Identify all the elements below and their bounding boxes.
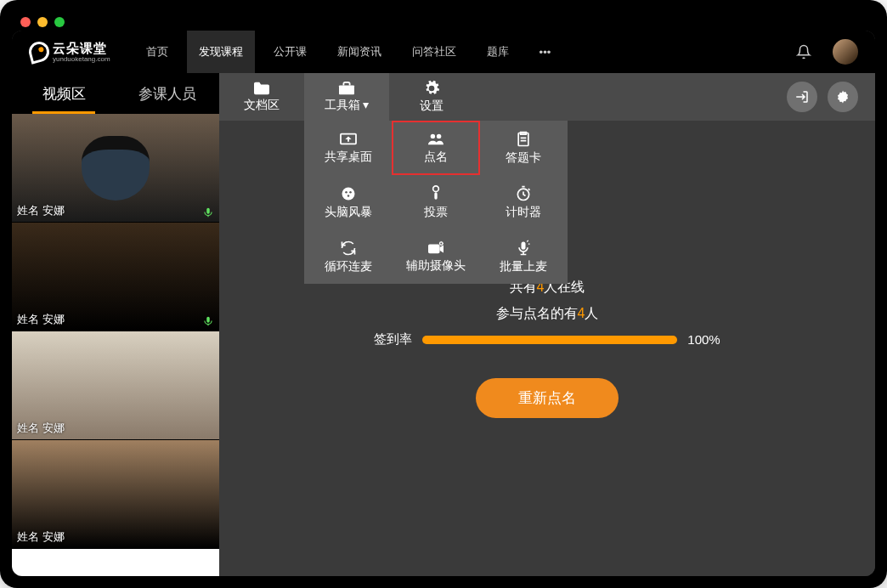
tool-label: 点名 xyxy=(424,150,448,165)
toolbar-label: 设置 xyxy=(420,99,444,114)
toolbar-documents[interactable]: 文档区 xyxy=(219,73,304,121)
folder-icon xyxy=(252,81,271,96)
tab-attendees[interactable]: 参课人员 xyxy=(116,73,219,114)
exit-button[interactable] xyxy=(787,82,817,112)
caret-down-icon: ▾ xyxy=(363,98,369,111)
vote-icon xyxy=(428,185,444,202)
video-list: 姓名 安娜 姓名 安娜 姓名 安娜 姓名 安娜 xyxy=(12,114,219,576)
tool-rollcall[interactable]: 点名 xyxy=(392,121,479,175)
tool-label: 头脑风暴 xyxy=(325,205,372,220)
maximize-window[interactable] xyxy=(54,17,65,27)
aux-camera-icon xyxy=(427,240,445,256)
close-window[interactable] xyxy=(20,17,31,27)
video-item[interactable]: 姓名 安娜 xyxy=(12,440,219,549)
participant-name: 姓名 安娜 xyxy=(17,529,65,545)
video-item[interactable]: 姓名 安娜 xyxy=(12,223,219,331)
tool-label: 计时器 xyxy=(506,205,541,220)
svg-point-6 xyxy=(437,133,441,138)
nav-discover[interactable]: 发现课程 xyxy=(187,31,255,73)
participant-name: 姓名 安娜 xyxy=(17,203,65,218)
toolbar-label: 文档区 xyxy=(244,98,280,113)
nav-home[interactable]: 首页 xyxy=(134,31,180,73)
cycle-mic-icon xyxy=(340,240,357,257)
svg-point-12 xyxy=(433,185,439,191)
svg-rect-1 xyxy=(206,317,210,323)
svg-rect-15 xyxy=(428,244,440,253)
logo-sub: yunduoketang.com xyxy=(53,55,110,63)
rate-label: 签到率 xyxy=(374,331,412,348)
top-nav: 云朵课堂 yunduoketang.com 首页 发现课程 公开课 新闻资讯 问… xyxy=(12,31,875,73)
rollcall-panel: 共有4人在线 参与点名的有4人 签到率 100% 重新点名 xyxy=(374,279,720,418)
nav-question-bank[interactable]: 题库 xyxy=(475,31,521,73)
gear-icon xyxy=(835,89,850,105)
video-item-empty xyxy=(12,549,219,576)
toolbox-dropdown: 共享桌面 点名 答题卡 头脑风暴 xyxy=(304,121,568,284)
answer-card-icon xyxy=(516,131,531,148)
re-rollcall-button[interactable]: 重新点名 xyxy=(476,378,619,418)
toolbar-settings[interactable]: 设置 xyxy=(389,73,474,121)
nav-more[interactable]: ••• xyxy=(528,31,563,73)
brainstorm-icon xyxy=(340,185,357,202)
tool-cycle-mic[interactable]: 循环连麦 xyxy=(304,229,392,284)
svg-rect-13 xyxy=(434,192,437,199)
svg-rect-0 xyxy=(206,208,210,214)
tool-label: 答题卡 xyxy=(506,150,541,166)
tool-label: 辅助摄像头 xyxy=(406,258,466,274)
main-area: 文档区 工具箱 ▾ 设置 xyxy=(219,73,875,576)
gear-icon xyxy=(423,80,440,97)
logo-text: 云朵课堂 xyxy=(53,41,107,55)
briefcase-icon xyxy=(337,81,356,96)
timer-icon xyxy=(515,185,532,202)
tool-batch-mic[interactable]: 批量上麦 xyxy=(480,229,568,284)
avatar[interactable] xyxy=(833,39,858,65)
tool-brainstorm[interactable]: 头脑风暴 xyxy=(304,175,392,229)
tool-vote[interactable]: 投票 xyxy=(392,175,479,229)
nav-open-class[interactable]: 公开课 xyxy=(262,31,319,73)
participant-name: 姓名 安娜 xyxy=(17,312,65,327)
tool-share-screen[interactable]: 共享桌面 xyxy=(304,121,392,175)
tool-timer[interactable]: 计时器 xyxy=(480,175,568,229)
tab-video[interactable]: 视频区 xyxy=(12,73,116,114)
tool-label: 批量上麦 xyxy=(500,259,547,274)
participant-name: 姓名 安娜 xyxy=(17,421,65,436)
video-item[interactable]: 姓名 安娜 xyxy=(12,114,219,223)
minimize-window[interactable] xyxy=(37,17,48,27)
exit-icon xyxy=(794,89,810,105)
tool-label: 循环连麦 xyxy=(325,259,372,274)
logo-icon xyxy=(26,39,51,64)
nav-qa[interactable]: 问答社区 xyxy=(400,31,468,73)
batch-mic-icon xyxy=(516,240,531,257)
tool-aux-camera[interactable]: 辅助摄像头 xyxy=(392,229,479,284)
svg-rect-2 xyxy=(339,85,354,94)
window-controls xyxy=(20,17,65,27)
svg-point-9 xyxy=(345,191,347,194)
svg-point-16 xyxy=(439,241,443,245)
svg-point-10 xyxy=(349,191,352,194)
toolbar-label: 工具箱 ▾ xyxy=(325,98,370,113)
svg-point-11 xyxy=(347,195,349,197)
rollcall-rate-row: 签到率 100% xyxy=(374,331,720,348)
svg-point-5 xyxy=(431,133,435,138)
svg-point-8 xyxy=(342,187,354,200)
tool-label: 共享桌面 xyxy=(325,150,372,165)
toolbar: 文档区 工具箱 ▾ 设置 xyxy=(219,73,875,121)
rollcall-participated-text: 参与点名的有4人 xyxy=(496,305,599,323)
toolbar-toolbox[interactable]: 工具箱 ▾ xyxy=(304,73,389,121)
svg-rect-17 xyxy=(522,241,526,249)
settings-button[interactable] xyxy=(828,82,858,112)
people-icon xyxy=(427,132,445,147)
sidebar: 视频区 参课人员 姓名 安娜 姓名 安娜 xyxy=(12,73,219,576)
rate-progress-bar xyxy=(422,336,677,344)
mic-icon xyxy=(202,206,214,218)
tool-answer-card[interactable]: 答题卡 xyxy=(480,121,568,175)
bell-icon[interactable] xyxy=(788,37,819,67)
rate-value: 100% xyxy=(687,332,720,347)
nav-news[interactable]: 新闻资讯 xyxy=(325,31,393,73)
video-item[interactable]: 姓名 安娜 xyxy=(12,331,219,440)
logo[interactable]: 云朵课堂 yunduoketang.com xyxy=(29,41,110,63)
tool-label: 投票 xyxy=(424,205,448,220)
mic-icon xyxy=(202,315,214,327)
share-screen-icon xyxy=(339,132,358,147)
